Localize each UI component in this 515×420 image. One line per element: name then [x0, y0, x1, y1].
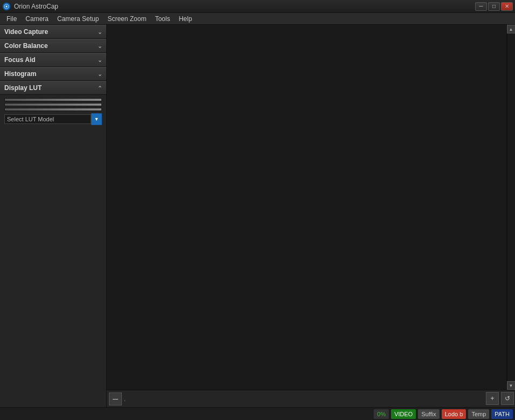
- menu-camera-setup[interactable]: Camera Setup: [53, 14, 103, 24]
- svg-point-2: [6, 5, 8, 7]
- sidebar: Video Capture Color Balance Focus Aid Hi…: [0, 25, 107, 407]
- minimize-button[interactable]: ─: [475, 2, 487, 11]
- title-bar-left: Orion AstroCap: [2, 2, 58, 11]
- lut-model-select-wrapper: Select LUT Model ▼: [4, 113, 102, 125]
- display-lut-chevron: [98, 85, 102, 91]
- content-area: + ▲ ▼ ─ , + ↺: [107, 25, 515, 407]
- status-video: VIDEO: [391, 409, 416, 419]
- right-scrollbar: ▲ ▼: [506, 25, 515, 390]
- color-balance-chevron: [98, 43, 102, 49]
- video-capture-chevron: [98, 29, 102, 35]
- bottom-right-controls: + ↺: [485, 390, 515, 407]
- lut-slider-2[interactable]: [4, 103, 102, 106]
- scroll-up-button[interactable]: ▲: [507, 25, 516, 33]
- bottom-controls: ─ , + ↺: [107, 390, 515, 407]
- focus-aid-label: Focus Aid: [4, 56, 36, 64]
- menu-screen-zoom[interactable]: Screen Zoom: [103, 14, 150, 24]
- status-suffix: Suffix: [418, 409, 439, 419]
- app-title: Orion AstroCap: [14, 3, 58, 10]
- scroll-down-button[interactable]: ▼: [507, 381, 516, 390]
- lut-slider-3[interactable]: [4, 108, 102, 111]
- sidebar-item-color-balance[interactable]: Color Balance: [0, 39, 106, 53]
- status-path: PATH: [491, 409, 513, 419]
- scrollbar-track: [507, 33, 515, 381]
- focus-aid-chevron: [98, 57, 102, 63]
- status-lodo: Lodo b: [442, 409, 466, 419]
- menu-file[interactable]: File: [2, 14, 21, 24]
- display-lut-label: Display LUT: [4, 84, 42, 92]
- lut-select-arrow[interactable]: ▼: [91, 113, 102, 125]
- zoom-separator: ,: [124, 396, 126, 402]
- menu-bar: File Camera Camera Setup Screen Zoom Too…: [0, 13, 515, 25]
- zoom-in-button[interactable]: +: [486, 392, 499, 405]
- menu-tools[interactable]: Tools: [150, 14, 174, 24]
- title-bar: Orion AstroCap ─ □ ✕: [0, 0, 515, 13]
- sidebar-item-focus-aid[interactable]: Focus Aid: [0, 53, 106, 67]
- color-balance-label: Color Balance: [4, 42, 48, 50]
- menu-help[interactable]: Help: [174, 14, 196, 24]
- sidebar-item-histogram[interactable]: Histogram: [0, 67, 106, 81]
- sidebar-item-video-capture[interactable]: Video Capture: [0, 25, 106, 39]
- histogram-label: Histogram: [4, 70, 36, 78]
- sidebar-item-display-lut[interactable]: Display LUT: [0, 81, 106, 95]
- main-layout: Video Capture Color Balance Focus Aid Hi…: [0, 25, 515, 407]
- app-icon: [2, 2, 11, 11]
- display-lut-content: Select LUT Model ▼: [0, 95, 106, 128]
- window-controls: ─ □ ✕: [475, 2, 513, 11]
- lut-slider-1[interactable]: [4, 98, 102, 101]
- status-percentage: 0%: [374, 409, 389, 419]
- histogram-chevron: [98, 71, 102, 77]
- zoom-minus-button[interactable]: ─: [109, 393, 122, 405]
- close-button[interactable]: ✕: [501, 2, 513, 11]
- menu-camera[interactable]: Camera: [21, 14, 53, 24]
- status-temp: Temp: [468, 409, 489, 419]
- lut-model-select[interactable]: Select LUT Model: [4, 114, 91, 124]
- maximize-button[interactable]: □: [488, 2, 500, 11]
- status-bar: 0% VIDEO Suffix Lodo b Temp PATH: [0, 407, 515, 420]
- rotate-button[interactable]: ↺: [501, 392, 514, 405]
- video-capture-label: Video Capture: [4, 28, 48, 36]
